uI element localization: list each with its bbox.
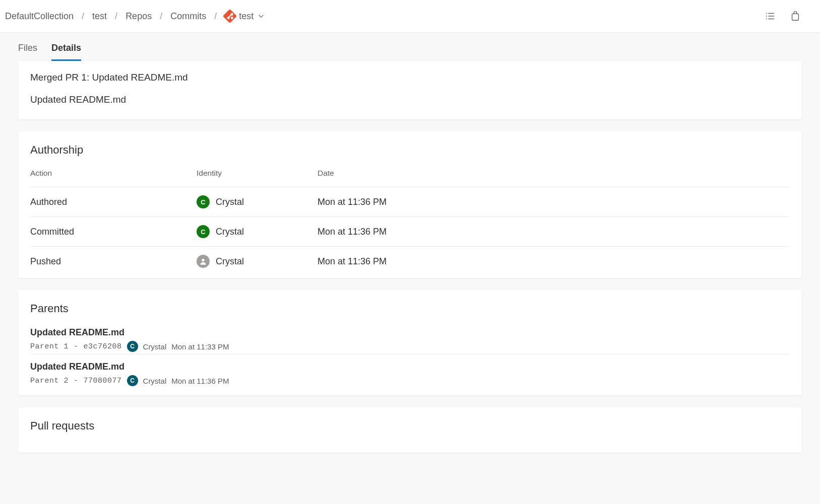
col-identity: Identity <box>197 166 318 187</box>
avatar: C <box>127 341 138 352</box>
parent-dash: - <box>74 377 79 385</box>
parent-date: Mon at 11:33 PM <box>171 342 229 351</box>
breadcrumb-project[interactable]: test <box>92 11 107 22</box>
avatar-generic-icon <box>197 255 210 268</box>
breadcrumb-bar: DefaultCollection / test / Repos / Commi… <box>0 0 820 33</box>
breadcrumb-repos[interactable]: Repos <box>125 11 152 22</box>
parent-item[interactable]: Updated README.md Parent 1 - e3c76208 C … <box>30 324 790 354</box>
identity-cell[interactable]: C Crystal <box>197 195 318 208</box>
parent-commit-title: Updated README.md <box>30 362 790 372</box>
parent-hash: e3c76208 <box>84 342 122 351</box>
repo-selector[interactable]: test <box>225 11 265 22</box>
authorship-card: Authorship Action Identity Date Authored… <box>18 131 802 278</box>
tab-details[interactable]: Details <box>51 36 81 61</box>
authorship-row-committed: Committed C Crystal Mon at 11:36 PM <box>30 217 790 247</box>
authorship-row-authored: Authored C Crystal Mon at 11:36 PM <box>30 187 790 217</box>
svg-point-4 <box>766 19 767 20</box>
action-cell: Pushed <box>30 247 197 276</box>
commit-title: Merged PR 1: Updated README.md <box>30 72 790 83</box>
action-cell: Authored <box>30 187 197 217</box>
breadcrumb-collection[interactable]: DefaultCollection <box>5 11 74 22</box>
tab-files[interactable]: Files <box>18 36 37 61</box>
date-cell: Mon at 11:36 PM <box>318 247 790 276</box>
authorship-title: Authorship <box>30 143 790 157</box>
parent-user: Crystal <box>143 342 167 351</box>
chevron-down-icon <box>258 13 265 20</box>
breadcrumb-separator: / <box>115 11 117 22</box>
action-cell: Committed <box>30 217 197 247</box>
identity-name: Crystal <box>216 256 244 267</box>
parent-date: Mon at 11:36 PM <box>171 377 229 385</box>
avatar: C <box>197 195 210 208</box>
avatar: C <box>127 375 138 386</box>
parent-hash: 77080077 <box>84 377 122 385</box>
identity-cell[interactable]: C Crystal <box>197 225 318 238</box>
parent-dash: - <box>74 342 79 351</box>
parent-commit-title: Updated README.md <box>30 327 790 338</box>
git-icon <box>223 9 237 23</box>
col-date: Date <box>318 166 790 187</box>
col-action: Action <box>30 166 197 187</box>
date-cell: Mon at 11:36 PM <box>318 187 790 217</box>
identity-cell[interactable]: Crystal <box>197 255 318 268</box>
parents-card: Parents Updated README.md Parent 1 - e3c… <box>18 290 802 395</box>
breadcrumb-separator: / <box>214 11 217 22</box>
shopping-bag-icon[interactable] <box>790 11 801 22</box>
breadcrumb-separator: / <box>82 11 84 22</box>
content-area: Merged PR 1: Updated README.md Updated R… <box>0 61 820 453</box>
tabs: Files Details <box>0 36 820 61</box>
pull-requests-title: Pull requests <box>30 419 790 433</box>
authorship-row-pushed: Pushed Crystal Mon at 11:36 PM <box>30 247 790 276</box>
breadcrumb-separator: / <box>160 11 162 22</box>
svg-point-2 <box>766 16 767 17</box>
backlog-icon[interactable] <box>765 11 776 22</box>
authorship-table: Action Identity Date Authored C Crystal … <box>30 166 790 276</box>
parent-item[interactable]: Updated README.md Parent 2 - 77080077 C … <box>30 354 790 388</box>
avatar: C <box>197 225 210 238</box>
commit-subtitle: Updated README.md <box>30 94 790 105</box>
parent-user: Crystal <box>143 377 167 385</box>
breadcrumb-commits[interactable]: Commits <box>170 11 206 22</box>
top-actions <box>765 11 815 22</box>
svg-rect-6 <box>792 14 799 20</box>
commit-message-card: Merged PR 1: Updated README.md Updated R… <box>18 61 802 119</box>
identity-name: Crystal <box>216 197 244 207</box>
pull-requests-card: Pull requests <box>18 407 802 453</box>
repo-selector-label: test <box>239 11 254 22</box>
date-cell: Mon at 11:36 PM <box>318 217 790 247</box>
parent-meta: Parent 1 - e3c76208 C Crystal Mon at 11:… <box>30 341 790 352</box>
parent-label: Parent 2 <box>30 377 69 385</box>
identity-name: Crystal <box>216 227 244 237</box>
svg-point-7 <box>202 259 204 261</box>
breadcrumb: DefaultCollection / test / Repos / Commi… <box>5 11 765 22</box>
svg-point-0 <box>766 13 767 14</box>
parent-meta: Parent 2 - 77080077 C Crystal Mon at 11:… <box>30 375 790 386</box>
parent-label: Parent 1 <box>30 342 69 351</box>
parents-title: Parents <box>30 302 790 315</box>
